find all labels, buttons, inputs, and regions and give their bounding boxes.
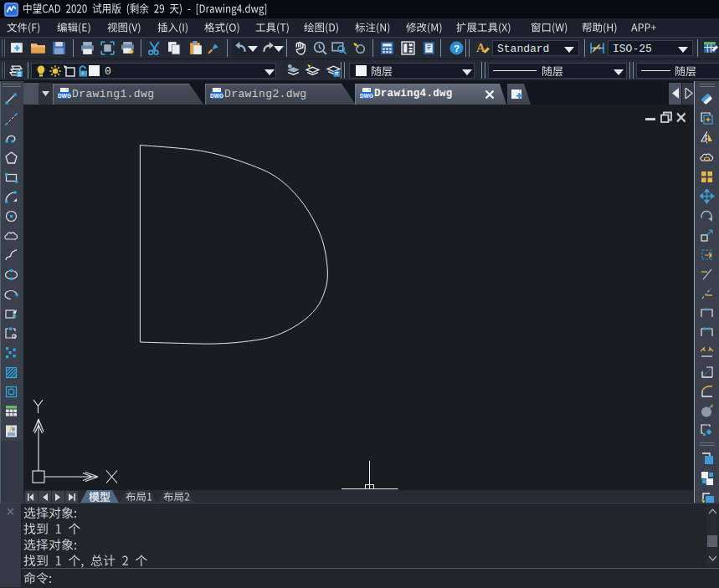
svg-text:DWG: DWG: [210, 93, 223, 99]
svg-text:DWG: DWG: [360, 93, 373, 99]
svg-text:DWG: DWG: [58, 93, 71, 99]
svg-text:?: ?: [454, 43, 460, 54]
